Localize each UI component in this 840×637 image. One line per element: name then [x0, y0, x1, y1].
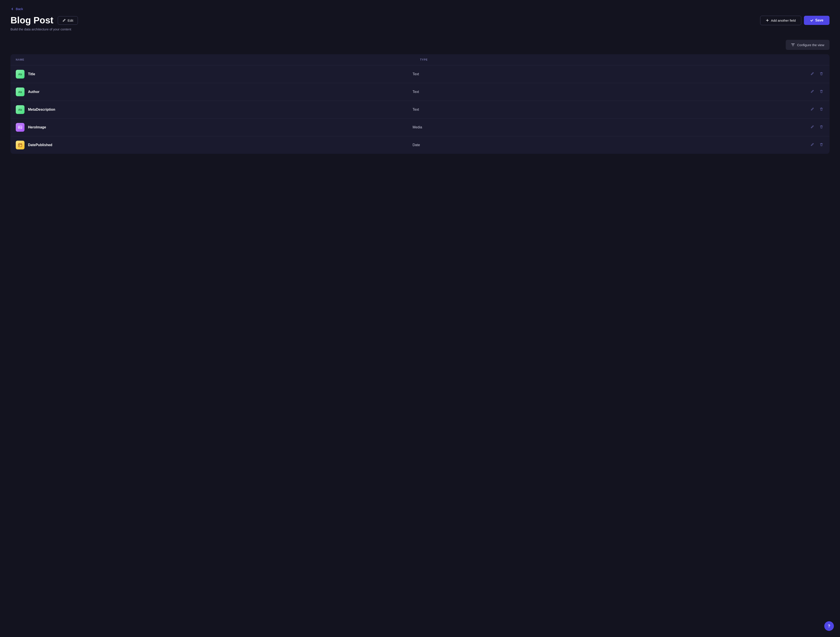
field-name-cell: Ab Author [16, 87, 412, 96]
field-type-metadescription: Text [412, 107, 809, 112]
field-name-author: Author [28, 90, 39, 94]
configure-view-button[interactable]: Configure the view [786, 40, 829, 50]
edit-field-title-button[interactable] [809, 71, 815, 77]
column-header-name: NAME [16, 58, 420, 61]
field-icon-title: Ab [16, 70, 25, 79]
filter-icon [791, 43, 795, 47]
field-icon-datepublished [16, 141, 25, 149]
configure-label: Configure the view [797, 43, 824, 47]
back-label: Back [16, 7, 23, 11]
field-name-metadescription: MetaDescription [28, 107, 55, 112]
field-name-datepublished: DatePublished [28, 143, 52, 147]
configure-row: Configure the view [11, 40, 829, 50]
edit-label: Edit [68, 19, 73, 22]
edit-field-heroimage-button[interactable] [809, 124, 815, 131]
field-icon-author: Ab [16, 87, 25, 96]
field-actions-heroimage [809, 124, 824, 131]
field-actions-datepublished [809, 142, 824, 148]
edit-field-metadescription-button[interactable] [809, 106, 815, 113]
field-actions-title [809, 71, 824, 77]
edit-field-datepublished-button[interactable] [809, 142, 815, 148]
add-field-label: Add another field [771, 19, 796, 22]
field-icon-metadescription: Ab [16, 105, 25, 114]
table-header: NAME TYPE [11, 54, 829, 65]
back-link[interactable]: Back [11, 7, 23, 11]
field-name-cell: HeroImage [16, 123, 412, 132]
column-header-type: TYPE [420, 58, 824, 61]
field-type-author: Text [412, 90, 809, 94]
field-name-cell: Ab MetaDescription [16, 105, 412, 114]
svg-rect-2 [18, 144, 22, 147]
delete-field-metadescription-button[interactable] [819, 106, 824, 113]
page-title: Blog Post [11, 15, 54, 25]
fields-table: NAME TYPE Ab Title Text Ab Autho [11, 54, 829, 154]
help-button[interactable]: ? [824, 621, 834, 631]
header-left: Blog Post Edit [11, 15, 78, 25]
page-header: Blog Post Edit Add another field Save [11, 15, 829, 25]
field-name-cell: Ab Title [16, 70, 412, 79]
svg-point-1 [19, 126, 20, 127]
field-type-heroimage: Media [412, 125, 809, 129]
table-row: HeroImage Media [11, 119, 829, 136]
table-row: DatePublished Date [11, 136, 829, 154]
field-actions-author [809, 89, 824, 95]
pencil-icon [62, 19, 66, 22]
header-actions: Add another field Save [760, 16, 829, 25]
field-icon-heroimage [16, 123, 25, 132]
add-another-field-button[interactable]: Add another field [760, 16, 801, 25]
field-actions-metadescription [809, 106, 824, 113]
svg-rect-3 [19, 145, 20, 146]
field-type-datepublished: Date [412, 143, 809, 147]
save-label: Save [815, 18, 823, 22]
delete-field-datepublished-button[interactable] [819, 142, 824, 148]
delete-field-title-button[interactable] [819, 71, 824, 77]
delete-field-heroimage-button[interactable] [819, 124, 824, 131]
field-name-heroimage: HeroImage [28, 125, 46, 129]
field-name-title: Title [28, 72, 35, 76]
table-row: Ab Author Text [11, 83, 829, 101]
table-row: Ab Title Text [11, 65, 829, 83]
save-button[interactable]: Save [804, 16, 829, 25]
field-name-cell: DatePublished [16, 141, 412, 149]
table-row: Ab MetaDescription Text [11, 101, 829, 119]
plus-icon [766, 19, 769, 22]
edit-field-author-button[interactable] [809, 89, 815, 95]
field-type-title: Text [412, 72, 809, 76]
page-subtitle: Build the data architecture of your cont… [11, 27, 829, 31]
arrow-left-icon [11, 7, 14, 11]
check-icon [810, 19, 813, 22]
delete-field-author-button[interactable] [819, 89, 824, 95]
edit-button[interactable]: Edit [58, 16, 78, 25]
